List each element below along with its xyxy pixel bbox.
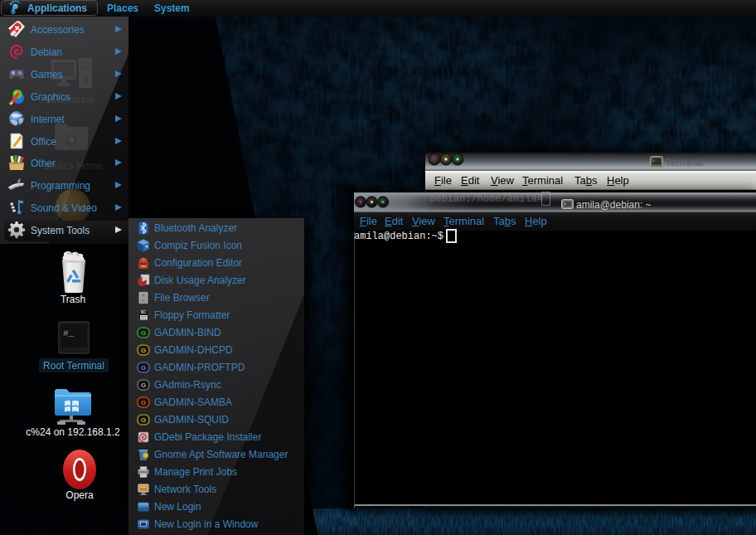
svg-text:#_: #_ (63, 328, 75, 338)
svg-text:G: G (141, 399, 146, 406)
svg-text:G: G (141, 364, 146, 372)
svg-text:G: G (141, 329, 146, 337)
svg-text:G: G (141, 347, 146, 354)
svg-text:G: G (141, 382, 146, 389)
svg-text:G: G (141, 416, 146, 424)
